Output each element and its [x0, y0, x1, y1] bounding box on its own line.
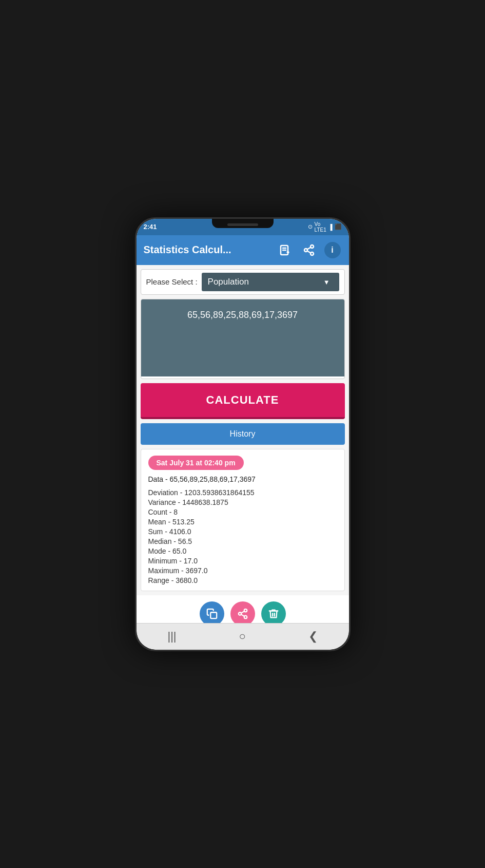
history-stat-item: Variance - 1448638.1875 — [148, 498, 337, 506]
battery-icon: ⬛ — [335, 223, 342, 230]
population-dropdown[interactable]: Population Sample ▼ — [202, 273, 339, 291]
wifi-icon: ⊙ — [308, 223, 313, 230]
data-input[interactable]: 65,56,89,25,88,69,17,3697 — [141, 299, 344, 376]
svg-line-7 — [307, 247, 311, 249]
svg-line-13 — [241, 611, 244, 613]
history-header: History — [141, 423, 345, 445]
svg-line-6 — [307, 251, 311, 253]
history-stat-item: Mode - 65.0 — [148, 547, 337, 555]
history-stats: Deviation - 1203.5938631864155Variance -… — [148, 488, 337, 584]
select-container: Please Select : Population Sample ▼ — [141, 269, 345, 295]
status-icons: ⊙ VoLTE1 ▐ ⬛ — [308, 221, 342, 233]
share-button[interactable] — [300, 241, 318, 259]
history-stat-item: Median - 56.5 — [148, 537, 337, 545]
history-stat-item: Minimum - 17.0 — [148, 557, 337, 565]
population-select[interactable]: Population Sample — [208, 277, 333, 287]
history-actions — [137, 595, 349, 623]
calculate-button[interactable]: CALCULATE — [141, 383, 345, 419]
edit-button[interactable] — [276, 241, 295, 259]
app-title: Statistics Calcul... — [144, 244, 231, 256]
history-stat-item: Mean - 513.25 — [148, 518, 337, 526]
nav-home-button[interactable]: ○ — [228, 626, 256, 647]
history-data: Data - 65,56,89,25,88,69,17,3697 — [148, 475, 337, 483]
history-stat-item: Range - 3680.0 — [148, 576, 337, 584]
history-stat-item: Count - 8 — [148, 508, 337, 516]
history-stat-item: Maximum - 3697.0 — [148, 567, 337, 575]
signal-bars-icon: ▐ — [328, 224, 333, 230]
share-action-button[interactable] — [230, 601, 255, 623]
info-button[interactable]: i — [323, 241, 342, 259]
select-label: Please Select : — [146, 277, 198, 286]
copy-action-button[interactable] — [200, 601, 224, 623]
history-stat-item: Deviation - 1203.5938631864155 — [148, 488, 337, 497]
svg-rect-8 — [210, 612, 217, 618]
app-header: Statistics Calcul... — [137, 235, 349, 265]
info-icon: i — [324, 242, 341, 258]
svg-line-12 — [241, 614, 244, 616]
signal-icon: VoLTE1 — [315, 221, 326, 233]
delete-action-button[interactable] — [261, 601, 286, 623]
main-content: Please Select : Population Sample ▼ 65,5… — [137, 265, 349, 623]
history-timestamp: Sat July 31 at 02:40 pm — [148, 456, 244, 470]
header-icons: i — [276, 241, 342, 259]
input-area-container: 65,56,89,25,88,69,17,3697 — [141, 299, 345, 379]
history-card: Sat July 31 at 02:40 pm Data - 65,56,89,… — [141, 449, 345, 591]
select-wrapper[interactable]: Population Sample ▼ — [208, 277, 333, 287]
nav-bar: ||| ○ ❮ — [137, 623, 349, 650]
history-stat-item: Sum - 4106.0 — [148, 527, 337, 536]
status-time: 2:41 — [144, 223, 157, 231]
nav-back-button[interactable]: ❮ — [298, 626, 328, 647]
nav-menu-button[interactable]: ||| — [157, 626, 186, 647]
